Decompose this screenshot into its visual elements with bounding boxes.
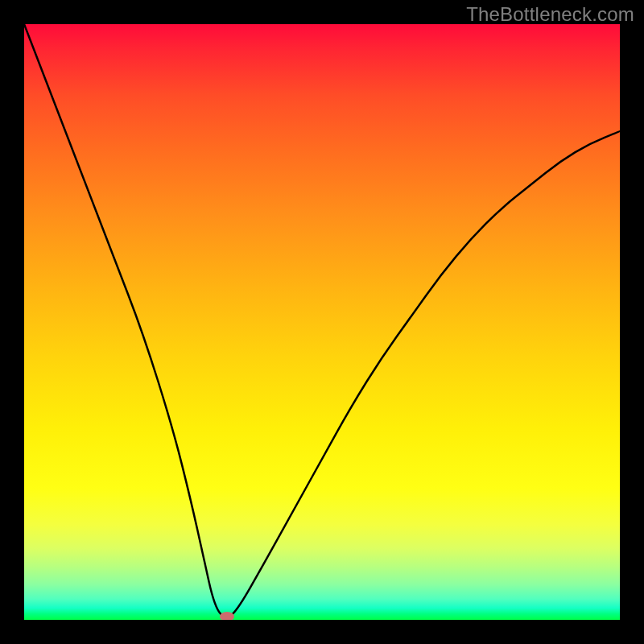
plot-area <box>24 24 620 620</box>
bottleneck-curve <box>24 24 620 620</box>
watermark-text: TheBottleneck.com <box>466 3 634 26</box>
minimum-marker-icon <box>220 612 234 620</box>
chart-frame: TheBottleneck.com <box>0 0 644 644</box>
